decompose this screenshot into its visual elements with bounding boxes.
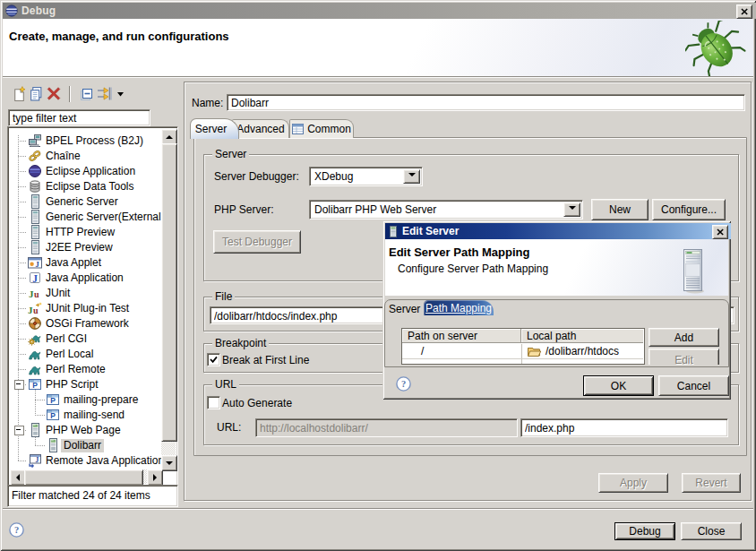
tree-item-mailing-send[interactable]: Pmailing-send — [10, 408, 161, 423]
help-icon[interactable]: ? — [9, 522, 24, 538]
tree-item-label[interactable]: Chaîne — [46, 150, 81, 163]
tree-item-generic-server[interactable]: Generic Server — [10, 194, 161, 210]
cancel-button[interactable]: Cancel — [658, 375, 729, 396]
window-close-button[interactable] — [736, 4, 752, 19]
tree-item-label[interactable]: Perl CGI — [46, 332, 87, 346]
tree-item-label[interactable]: Perl Remote — [46, 363, 106, 376]
revert-button[interactable]: Revert — [682, 473, 741, 493]
tree-item-php-script[interactable]: PPHP Script — [10, 377, 161, 392]
edit-server-titlebar[interactable]: Edit Server — [385, 223, 731, 239]
tree-item-junit-plug-in-test[interactable]: JuJUnit Plug-in Test — [10, 301, 161, 316]
tree-item-label[interactable]: PHP Script — [46, 378, 98, 392]
new-server-button[interactable]: New — [591, 199, 649, 220]
tree-item-j2ee-preview[interactable]: J2EE Preview — [10, 240, 161, 255]
break-first-line-checkbox[interactable] — [207, 353, 220, 366]
tree-item-java-application[interactable]: JJava Application — [10, 271, 161, 286]
column-path-on-server[interactable]: Path on server — [402, 329, 521, 343]
delete-configuration-button[interactable] — [47, 86, 63, 101]
scroll-down-button[interactable] — [161, 455, 177, 471]
tree-item-http-preview[interactable]: HTTP Preview — [10, 225, 161, 240]
tree-item-junit[interactable]: JuJUnit — [10, 286, 161, 301]
horizontal-scroll-thumb[interactable] — [24, 469, 143, 486]
tree-vertical-scrollbar[interactable] — [161, 129, 176, 469]
filter-input[interactable] — [11, 112, 148, 125]
name-input[interactable] — [229, 97, 743, 109]
collapse-all-button[interactable] — [79, 86, 95, 101]
tree-horizontal-scrollbar[interactable] — [10, 469, 163, 484]
tab-server[interactable]: Server — [389, 303, 420, 315]
tree-item-label[interactable]: mailing-send — [64, 409, 125, 422]
tab-server[interactable]: Server — [190, 118, 239, 139]
url-path-input[interactable] — [523, 421, 726, 435]
tree-item-label[interactable]: Generic Server(External La — [46, 211, 161, 224]
tree-item-label[interactable]: OSGi Framework — [46, 317, 129, 331]
cell-path-on-server[interactable]: / — [421, 344, 424, 358]
tree-item-remote-java-application[interactable]: JRemote Java Application — [10, 453, 161, 469]
tree-item-label[interactable]: Java Application — [46, 271, 124, 285]
tree-item-label[interactable]: mailing-prepare — [64, 393, 138, 407]
filter-configurations-button[interactable] — [97, 86, 113, 101]
tree-item-label[interactable]: Remote Java Application — [46, 454, 161, 468]
edit-button[interactable]: Edit — [649, 349, 719, 365]
tree-item-eclipse-application[interactable]: Eclipse Application — [10, 164, 161, 179]
tree-item-bpel-process-b2j-[interactable]: BPEL Process (B2J) — [10, 133, 161, 149]
dialog-help-icon[interactable]: ? — [396, 376, 411, 392]
tree-item-label[interactable]: Eclipse Data Tools — [46, 180, 134, 194]
debug-button[interactable]: Debug — [614, 522, 675, 540]
collapse-toggle[interactable] — [14, 380, 24, 390]
perl-icon — [28, 347, 42, 361]
tab-advanced[interactable]: Advanced — [232, 119, 289, 138]
tab-common[interactable]: Common — [289, 119, 354, 138]
duplicate-configuration-button[interactable] — [29, 86, 45, 101]
tree-item-label[interactable]: J2EE Preview — [46, 241, 113, 254]
filter-status-text: Filter matched 24 of 24 items — [12, 489, 150, 502]
edit-server-heading: Edit Server Path Mapping — [389, 245, 529, 259]
tree-item-label[interactable]: Perl Local — [46, 348, 93, 361]
tree-item-label[interactable]: PHP Web Page — [46, 424, 121, 437]
tree-item-label[interactable]: Generic Server — [46, 195, 118, 209]
tree-item-java-applet[interactable]: JJava Applet — [10, 255, 161, 271]
close-button[interactable]: Close — [681, 522, 742, 540]
tree-item-label[interactable]: JUnit Plug-in Test — [46, 302, 129, 315]
filter-menu-button[interactable] — [117, 92, 124, 97]
server-debugger-combo[interactable]: XDebug — [309, 167, 423, 186]
configure-button[interactable]: Configure... — [652, 199, 726, 220]
tree-item-php-web-page[interactable]: PHP Web Page — [10, 423, 161, 438]
tree-item-osgi-framework[interactable]: OSGi Framework — [10, 316, 161, 331]
tree-item-eclipse-data-tools[interactable]: Eclipse Data Tools — [10, 179, 161, 194]
cell-local-path[interactable]: /dolibarr/htdocs — [546, 344, 619, 358]
test-debugger-button[interactable]: Test Debugger — [213, 230, 301, 254]
tree-item-label[interactable]: Eclipse Application — [46, 165, 135, 178]
php-server-combo-arrow[interactable] — [563, 202, 580, 217]
tree-item-mailing-prepare[interactable]: Pmailing-prepare — [10, 392, 161, 408]
auto-generate-checkbox[interactable] — [207, 396, 220, 409]
tree-item-dolibarr[interactable]: Dolibarr — [10, 438, 161, 453]
tree-item-generic-server-external-la[interactable]: Generic Server(External La — [10, 210, 161, 225]
tree-item-perl-cgi[interactable]: Perl CGI — [10, 331, 161, 347]
tree-item-label[interactable]: Dolibarr — [61, 439, 104, 452]
tree-item-perl-local[interactable]: Perl Local — [10, 347, 161, 362]
ok-button[interactable]: OK — [583, 375, 654, 396]
name-field — [227, 94, 745, 111]
tab-label: Advanced — [236, 123, 284, 135]
tab-path-mapping[interactable]: Path Mapping — [424, 300, 494, 315]
tree-item-label[interactable]: HTTP Preview — [46, 226, 115, 239]
server-group-label: Server — [212, 148, 249, 160]
tree-item-cha-ne[interactable]: Chaîne — [10, 149, 161, 164]
vertical-scroll-thumb[interactable] — [161, 143, 177, 442]
scroll-right-button[interactable] — [147, 469, 163, 486]
add-button[interactable]: Add — [649, 328, 719, 347]
edit-server-close-button[interactable] — [712, 225, 728, 239]
tree-item-perl-remote[interactable]: Perl Remote — [10, 362, 161, 377]
collapse-toggle[interactable] — [14, 426, 24, 435]
window-titlebar[interactable]: Debug — [3, 3, 756, 19]
tab-label: Common — [307, 123, 351, 135]
server-debugger-combo-arrow[interactable] — [403, 169, 420, 184]
php-server-combo[interactable]: Dolibarr PHP Web Server — [309, 200, 583, 220]
new-configuration-button[interactable] — [12, 86, 28, 101]
tree-item-label[interactable]: JUnit — [46, 287, 70, 300]
tree-item-label[interactable]: Java Applet — [46, 256, 101, 270]
apply-button[interactable]: Apply — [598, 473, 668, 493]
tree-item-label[interactable]: BPEL Process (B2J) — [46, 134, 143, 148]
column-local-path[interactable]: Local path — [521, 329, 643, 343]
